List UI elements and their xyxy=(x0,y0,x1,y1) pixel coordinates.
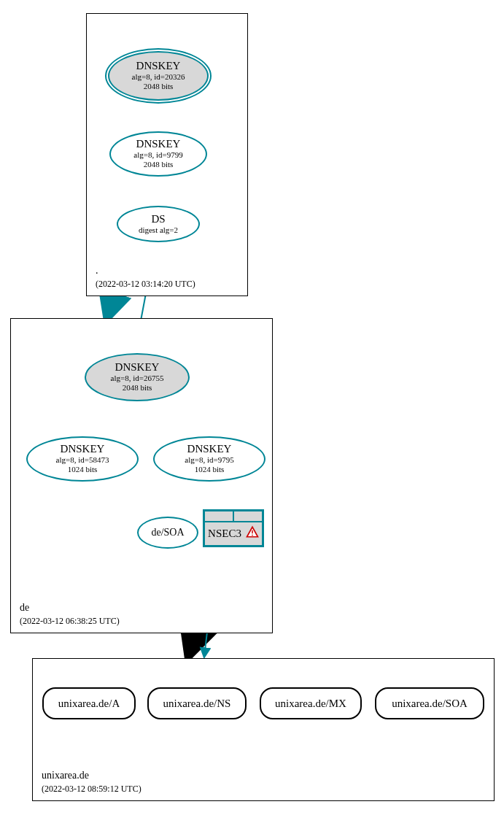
node-de-soa[interactable]: de/SOA xyxy=(137,517,198,549)
node-de-zsk-b[interactable]: DNSKEY alg=8, id=9795 1024 bits xyxy=(153,436,265,482)
record-ns[interactable]: unixarea.de/NS xyxy=(147,687,247,719)
zone-de-name: de xyxy=(20,601,120,615)
node-de-nsec3[interactable]: NSEC3 xyxy=(203,509,264,547)
zone-target: unixarea.de (2022-03-12 08:59:12 UTC) xyxy=(32,658,495,801)
node-root-ksk-title: DNSKEY xyxy=(136,61,181,72)
zone-de-label: de (2022-03-12 06:38:25 UTC) xyxy=(20,601,120,627)
svg-line-3 xyxy=(188,635,195,657)
nsec3-label: NSEC3 xyxy=(208,528,241,540)
zone-target-label: unixarea.de (2022-03-12 08:59:12 UTC) xyxy=(42,769,141,795)
node-root-ksk-l3: 2048 bits xyxy=(144,82,174,91)
svg-rect-5 xyxy=(252,535,253,536)
zone-root-name: . xyxy=(96,264,195,278)
node-root-ksk[interactable]: DNSKEY alg=8, id=20326 2048 bits xyxy=(108,51,209,101)
node-de-ksk[interactable]: DNSKEY alg=8, id=26755 2048 bits xyxy=(85,353,190,401)
zone-root-label: . (2022-03-12 03:14:20 UTC) xyxy=(96,264,195,290)
record-a[interactable]: unixarea.de/A xyxy=(42,687,136,719)
warning-triangle-icon xyxy=(246,525,259,541)
node-de-zsk-a[interactable]: DNSKEY alg=8, id=58473 1024 bits xyxy=(26,436,139,482)
zone-target-timestamp: (2022-03-12 08:59:12 UTC) xyxy=(42,783,141,795)
zone-de-timestamp: (2022-03-12 06:38:25 UTC) xyxy=(20,615,120,627)
zone-target-name: unixarea.de xyxy=(42,769,141,783)
record-soa[interactable]: unixarea.de/SOA xyxy=(375,687,484,719)
svg-rect-4 xyxy=(252,530,253,534)
node-root-ksk-l2: alg=8, id=20326 xyxy=(132,72,185,82)
node-root-zsk[interactable]: DNSKEY alg=8, id=9799 2048 bits xyxy=(109,131,207,177)
node-root-zsk-title: DNSKEY xyxy=(136,139,181,150)
node-root-ds[interactable]: DS digest alg=2 xyxy=(117,206,200,242)
record-mx[interactable]: unixarea.de/MX xyxy=(260,687,362,719)
zone-root-timestamp: (2022-03-12 03:14:20 UTC) xyxy=(96,278,195,290)
node-root-ds-title: DS xyxy=(151,214,165,225)
